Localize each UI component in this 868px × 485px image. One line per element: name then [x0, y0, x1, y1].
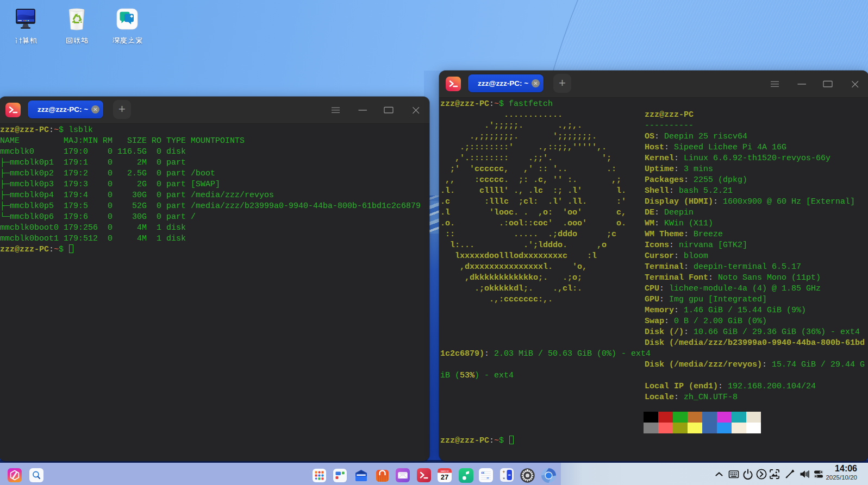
- svg-text:”: ”: [486, 476, 489, 482]
- svg-text:+: +: [502, 469, 505, 475]
- svg-text:MARCH: MARCH: [441, 470, 449, 473]
- svg-text:“: “: [481, 470, 485, 478]
- svg-text:27: 27: [441, 473, 448, 481]
- svg-text:×: ×: [503, 476, 505, 481]
